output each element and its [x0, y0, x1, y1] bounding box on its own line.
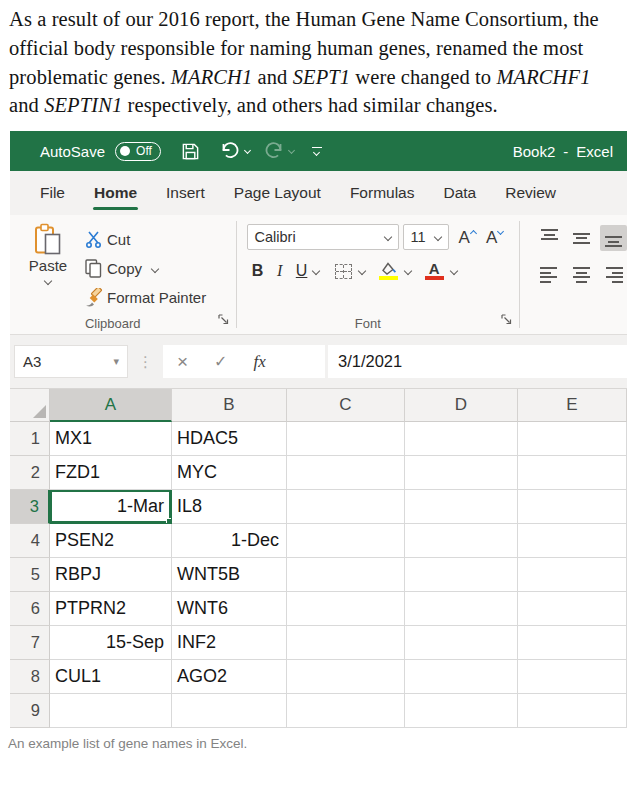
cell-A5[interactable]: RBPJ: [50, 558, 172, 592]
align-center-icon[interactable]: [568, 262, 595, 288]
formula-input[interactable]: 3/1/2021: [328, 345, 627, 378]
row-header-7[interactable]: 7: [10, 626, 50, 660]
column-header-A[interactable]: A: [50, 389, 172, 422]
name-box-caret-icon[interactable]: ▾: [113, 355, 119, 368]
cell-A8[interactable]: CUL1: [50, 660, 172, 694]
cell-B2[interactable]: MYC: [172, 456, 287, 490]
cell-D1[interactable]: [405, 422, 518, 456]
name-box[interactable]: A3 ▾: [14, 345, 128, 378]
copy-button[interactable]: Copy: [82, 254, 206, 283]
insert-function-icon[interactable]: fx: [254, 352, 266, 372]
cell-B8[interactable]: AGO2: [172, 660, 287, 694]
row-header-8[interactable]: 8: [10, 660, 50, 694]
cell-D9[interactable]: [405, 694, 518, 728]
clipboard-dialog-launcher-icon[interactable]: [218, 311, 229, 329]
tab-file[interactable]: File: [40, 171, 65, 215]
cell-A6[interactable]: PTPRN2: [50, 592, 172, 626]
format-painter-button[interactable]: Format Painter: [82, 283, 206, 312]
cell-B3[interactable]: IL8: [172, 490, 287, 524]
cell-E9[interactable]: [518, 694, 627, 728]
cell-C1[interactable]: [287, 422, 405, 456]
tab-data[interactable]: Data: [443, 171, 476, 215]
save-button[interactable]: [181, 142, 200, 161]
formula-bar-handle-icon[interactable]: ⋮: [138, 353, 153, 371]
tab-home[interactable]: Home: [94, 171, 137, 215]
shrink-font-button[interactable]: A: [486, 228, 503, 248]
cell-A2[interactable]: FZD1: [50, 456, 172, 490]
customize-quick-access-toolbar-button[interactable]: [312, 147, 322, 155]
cell-E7[interactable]: [518, 626, 627, 660]
font-size-select[interactable]: 11: [403, 224, 449, 250]
cell-C6[interactable]: [287, 592, 405, 626]
underline-button[interactable]: U: [291, 262, 313, 280]
undo-dropdown-icon[interactable]: [244, 147, 251, 154]
align-bottom-icon[interactable]: [600, 225, 627, 251]
column-header-B[interactable]: B: [172, 389, 287, 422]
row-header-9[interactable]: 9: [10, 694, 50, 728]
cell-C7[interactable]: [287, 626, 405, 660]
cell-C3[interactable]: [287, 490, 405, 524]
paste-dropdown-icon[interactable]: [44, 277, 52, 285]
cancel-icon[interactable]: ×: [177, 352, 188, 371]
row-header-5[interactable]: 5: [10, 558, 50, 592]
row-header-6[interactable]: 6: [10, 592, 50, 626]
underline-dropdown-icon[interactable]: [311, 267, 319, 275]
bold-button[interactable]: B: [247, 262, 269, 280]
row-header-1[interactable]: 1: [10, 422, 50, 456]
undo-button[interactable]: [220, 142, 250, 160]
cut-button[interactable]: Cut: [82, 225, 206, 254]
column-header-C[interactable]: C: [287, 389, 405, 422]
cell-A9[interactable]: [50, 694, 172, 728]
row-header-2[interactable]: 2: [10, 456, 50, 490]
cell-D8[interactable]: [405, 660, 518, 694]
cell-C2[interactable]: [287, 456, 405, 490]
cell-E1[interactable]: [518, 422, 627, 456]
font-color-button[interactable]: A: [425, 262, 444, 280]
cell-B5[interactable]: WNT5B: [172, 558, 287, 592]
autosave-toggle[interactable]: Off: [115, 142, 161, 161]
cell-D2[interactable]: [405, 456, 518, 490]
cell-E6[interactable]: [518, 592, 627, 626]
grow-font-button[interactable]: A: [459, 228, 476, 248]
cell-A4[interactable]: PSEN2: [50, 524, 172, 558]
cell-C5[interactable]: [287, 558, 405, 592]
copy-dropdown-icon[interactable]: [151, 264, 159, 272]
column-header-D[interactable]: D: [405, 389, 518, 422]
cell-B9[interactable]: [172, 694, 287, 728]
select-all-button[interactable]: [10, 389, 50, 422]
cell-E3[interactable]: [518, 490, 627, 524]
cell-C8[interactable]: [287, 660, 405, 694]
align-left-icon[interactable]: [536, 262, 563, 288]
tab-formulas[interactable]: Formulas: [350, 171, 415, 215]
borders-button[interactable]: [335, 264, 352, 279]
font-dialog-launcher-icon[interactable]: [501, 311, 512, 329]
cell-B4[interactable]: 1-Dec: [172, 524, 287, 558]
cell-D4[interactable]: [405, 524, 518, 558]
row-header-3[interactable]: 3: [10, 490, 50, 524]
cell-A1[interactable]: MX1: [50, 422, 172, 456]
row-header-4[interactable]: 4: [10, 524, 50, 558]
cell-E4[interactable]: [518, 524, 627, 558]
fill-color-dropdown-icon[interactable]: [403, 267, 411, 275]
italic-button[interactable]: I: [269, 262, 291, 280]
cell-E2[interactable]: [518, 456, 627, 490]
align-top-icon[interactable]: [536, 225, 563, 251]
column-header-E[interactable]: E: [518, 389, 627, 422]
cell-B6[interactable]: WNT6: [172, 592, 287, 626]
cell-C9[interactable]: [287, 694, 405, 728]
tab-page-layout[interactable]: Page Layout: [234, 171, 321, 215]
cell-D5[interactable]: [405, 558, 518, 592]
cell-E5[interactable]: [518, 558, 627, 592]
align-middle-icon[interactable]: [568, 225, 595, 251]
redo-button[interactable]: [264, 142, 294, 160]
redo-dropdown-icon[interactable]: [288, 147, 295, 154]
enter-icon[interactable]: ✓: [214, 352, 227, 371]
cell-A3[interactable]: 1-Mar: [50, 490, 172, 524]
tab-review[interactable]: Review: [505, 171, 556, 215]
cell-D7[interactable]: [405, 626, 518, 660]
cell-D6[interactable]: [405, 592, 518, 626]
cell-E8[interactable]: [518, 660, 627, 694]
align-right-icon[interactable]: [600, 262, 627, 288]
tab-insert[interactable]: Insert: [166, 171, 205, 215]
cell-B7[interactable]: INF2: [172, 626, 287, 660]
